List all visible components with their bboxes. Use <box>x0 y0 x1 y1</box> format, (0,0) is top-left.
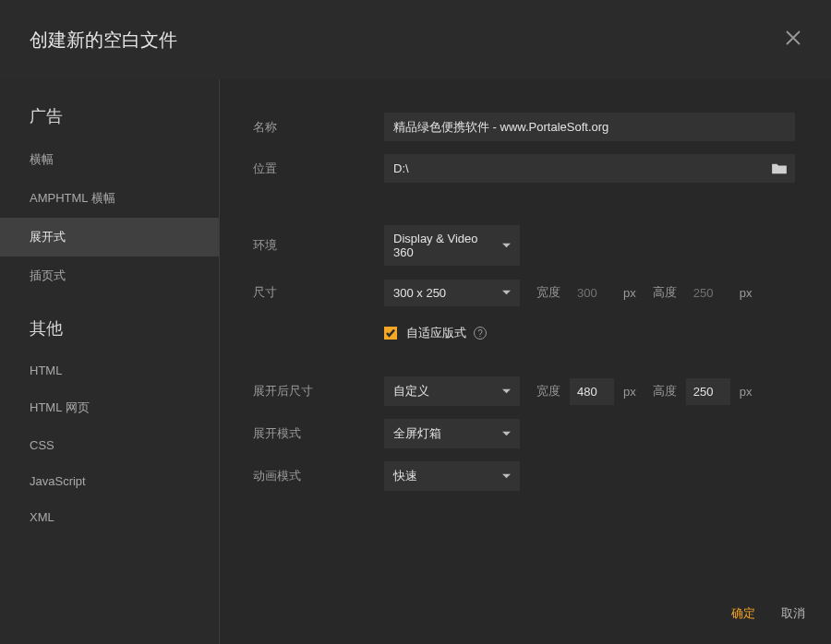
sidebar-item-html[interactable]: HTML <box>0 352 219 388</box>
expand-mode-value: 全屏灯箱 <box>393 425 441 442</box>
chevron-down-icon <box>502 470 511 483</box>
responsive-checkbox[interactable] <box>384 327 397 340</box>
label-width: 宽度 <box>536 284 560 301</box>
env-select[interactable]: Display & Video 360 <box>384 225 520 266</box>
unit-px: px <box>740 286 753 300</box>
sidebar-header-other: 其他 <box>0 317 219 340</box>
label-expand-mode: 展开模式 <box>253 425 384 442</box>
label-path: 位置 <box>253 161 384 177</box>
unit-px: px <box>623 286 636 300</box>
size-height-input <box>686 280 730 306</box>
sidebar-item-xml[interactable]: XML <box>0 499 219 535</box>
ok-button[interactable]: 确定 <box>731 605 755 622</box>
expanded-size-value: 自定义 <box>393 383 429 400</box>
chevron-down-icon <box>502 286 511 300</box>
sidebar: 广告 横幅 AMPHTML 横幅 展开式 插页式 其他 HTML HTML 网页… <box>0 79 220 644</box>
unit-px: px <box>623 385 636 399</box>
expanded-height-input[interactable] <box>686 378 730 405</box>
close-icon[interactable] <box>785 30 801 50</box>
chevron-down-icon <box>502 385 511 399</box>
path-input[interactable] <box>384 154 764 183</box>
unit-px: px <box>740 385 753 399</box>
help-icon[interactable]: ? <box>474 327 487 340</box>
sidebar-item-css[interactable]: CSS <box>0 427 219 463</box>
env-select-value: Display & Video 360 <box>393 232 493 259</box>
anim-mode-select[interactable]: 快速 <box>384 461 520 491</box>
form-panel: 名称 位置 环境 Display & Video 360 尺寸 <box>220 79 831 583</box>
label-anim-mode: 动画模式 <box>253 468 384 484</box>
expanded-width-input[interactable] <box>570 378 614 405</box>
label-expanded-size: 展开后尺寸 <box>253 383 384 400</box>
sidebar-item-interstitial[interactable]: 插页式 <box>0 256 219 295</box>
dialog-title: 创建新的空白文件 <box>30 28 177 53</box>
label-size: 尺寸 <box>253 284 384 301</box>
cancel-button[interactable]: 取消 <box>781 605 805 622</box>
label-env: 环境 <box>253 237 384 254</box>
sidebar-item-banner[interactable]: 横幅 <box>0 140 219 179</box>
sidebar-header-ads: 广告 <box>0 105 219 127</box>
name-input[interactable] <box>384 113 795 141</box>
label-height: 高度 <box>653 284 677 301</box>
size-select-value: 300 x 250 <box>393 286 446 300</box>
chevron-down-icon <box>502 239 511 253</box>
size-width-input <box>570 280 614 306</box>
dialog-footer: 确定 取消 <box>220 583 831 644</box>
sidebar-item-htmlpage[interactable]: HTML 网页 <box>0 388 219 427</box>
chevron-down-icon <box>502 427 511 441</box>
anim-mode-value: 快速 <box>393 468 417 484</box>
size-select[interactable]: 300 x 250 <box>384 280 520 306</box>
label-height: 高度 <box>653 383 677 400</box>
label-width: 宽度 <box>536 383 560 400</box>
responsive-label: 自适应版式 <box>406 325 466 341</box>
folder-icon[interactable] <box>771 162 788 175</box>
expanded-size-select[interactable]: 自定义 <box>384 376 520 406</box>
dialog-header: 创建新的空白文件 <box>0 0 831 79</box>
sidebar-item-js[interactable]: JavaScript <box>0 463 219 499</box>
expand-mode-select[interactable]: 全屏灯箱 <box>384 419 520 448</box>
label-name: 名称 <box>253 119 384 136</box>
sidebar-item-expandable[interactable]: 展开式 <box>0 218 219 256</box>
sidebar-item-amphtml[interactable]: AMPHTML 横幅 <box>0 179 219 218</box>
